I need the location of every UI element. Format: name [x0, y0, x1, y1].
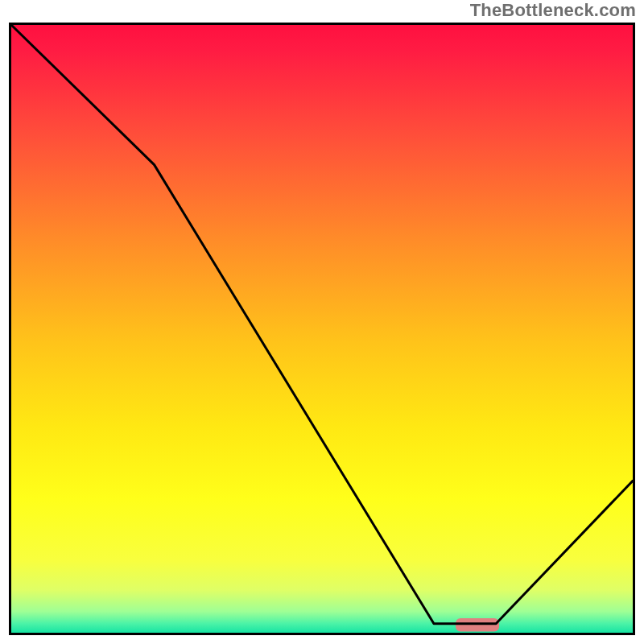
highlight-marker — [456, 618, 499, 632]
plot-frame — [9, 23, 635, 635]
watermark-text: TheBottleneck.com — [470, 0, 636, 21]
chart-svg — [11, 25, 633, 633]
